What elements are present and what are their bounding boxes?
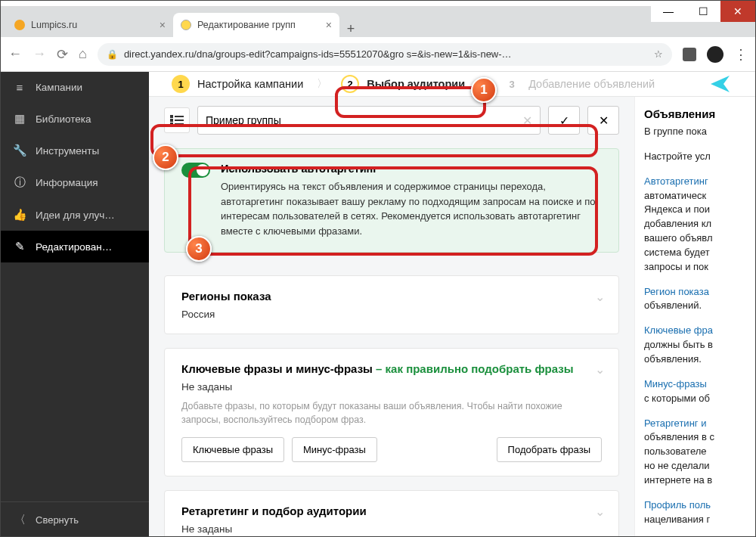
titlebar	[1, 1, 755, 7]
window-min[interactable]: —	[651, 1, 686, 22]
autotargeting-text: Ориентируясь на текст объявления и содер…	[221, 179, 602, 238]
group-name-input-wrap: ✕	[197, 106, 541, 135]
sidebar-label: Информация	[36, 177, 98, 188]
info-icon: ⓘ	[13, 175, 26, 190]
wrench-icon: 🔧	[13, 144, 26, 157]
browser-tabstrip: Lumpics.ru × Редактирование групп × +	[1, 7, 755, 37]
extension-icon[interactable]	[683, 48, 696, 61]
wizard-steps: 1 Настройка кампании 〉 2 Выбор аудитории…	[149, 72, 755, 97]
thumb-icon: 👍	[13, 208, 26, 222]
collapse-label: Свернуть	[36, 514, 79, 526]
keywords-card: ⌄ Ключевые фразы и минус-фразы – как пра…	[164, 348, 619, 476]
svg-rect-5	[175, 123, 184, 125]
library-icon: ▦	[13, 112, 26, 126]
sidebar: ≡Кампании ▦Библиотека 🔧Инструменты ⓘИнфо…	[1, 72, 149, 537]
step-3-badge: 3	[503, 75, 521, 93]
clear-input-icon[interactable]: ✕	[522, 113, 532, 128]
favicon-icon	[181, 20, 191, 30]
step-2-badge: 2	[341, 75, 359, 93]
step-3-label[interactable]: Добавление объявлений	[528, 78, 655, 90]
autotargeting-card: Использовать автотаргетинг Ориентируясь …	[164, 148, 619, 253]
send-button[interactable]	[708, 72, 733, 96]
svg-rect-1	[175, 116, 184, 117]
autotargeting-title: Использовать автотаргетинг	[221, 163, 602, 175]
keywords-value: Не заданы	[181, 381, 602, 393]
chevron-down-icon: ⌄	[595, 362, 605, 377]
autotargeting-toggle[interactable]	[181, 163, 210, 178]
browser-toolbar: ← → ⟳ ⌂ 🔒 direct.yandex.ru/dna/groups-ed…	[1, 37, 755, 72]
group-name-input[interactable]	[206, 114, 522, 126]
tab-close-icon[interactable]: ×	[160, 19, 166, 31]
negative-keywords-button[interactable]: Минус-фразы	[292, 437, 377, 462]
sidebar-label: Идеи для улуч…	[36, 210, 115, 221]
retargeting-value: Не заданы	[181, 523, 602, 535]
window-max[interactable]: ☐	[686, 1, 720, 22]
favicon-icon	[14, 20, 25, 30]
keywords-button[interactable]: Ключевые фразы	[181, 437, 284, 462]
sidebar-label: Кампании	[36, 82, 82, 93]
window-close[interactable]: ✕	[720, 1, 755, 22]
address-bar[interactable]: 🔒 direct.yandex.ru/dna/groups-edit?campa…	[98, 43, 672, 66]
sidebar-label: Инструменты	[36, 145, 99, 157]
sidebar-label: Редактирован…	[36, 241, 112, 253]
tab-label: Редактирование групп	[197, 20, 296, 30]
retargeting-card[interactable]: ⌄ Ретаргетинг и подбор аудитории Не зада…	[164, 490, 619, 537]
suggest-keywords-button[interactable]: Подобрать фразы	[497, 437, 602, 462]
callout-1: 1	[471, 77, 497, 103]
browser-tab[interactable]: Lumpics.ru ×	[7, 13, 173, 37]
help-link[interactable]: Профиль поль	[644, 499, 711, 511]
help-text: В группе пока	[644, 125, 755, 139]
keywords-hint: Добавьте фразы, по которым будут показан…	[181, 400, 602, 427]
menu-icon: ≡	[13, 81, 26, 94]
tab-label: Lumpics.ru	[31, 20, 77, 30]
profile-avatar[interactable]	[707, 46, 723, 63]
help-link[interactable]: Регион показа	[644, 286, 709, 297]
nav-forward-icon[interactable]: →	[33, 46, 46, 62]
nav-reload-icon[interactable]: ⟳	[57, 46, 68, 63]
sidebar-item-library[interactable]: ▦Библиотека	[1, 103, 149, 135]
help-title: Объявления	[644, 107, 755, 120]
tab-close-icon[interactable]: ×	[326, 19, 332, 31]
bookmark-star-icon[interactable]: ☆	[654, 48, 663, 60]
sidebar-label: Библиотека	[36, 113, 91, 125]
sidebar-item-tools[interactable]: 🔧Инструменты	[1, 135, 149, 166]
new-tab-button[interactable]: +	[339, 21, 362, 37]
callout-2: 2	[153, 144, 178, 170]
callout-3: 3	[186, 236, 212, 262]
chevron-down-icon: ⌄	[595, 504, 605, 519]
svg-rect-4	[170, 123, 173, 126]
pencil-icon: ✎	[13, 240, 26, 253]
nav-back-icon[interactable]: ←	[8, 46, 22, 62]
regions-card[interactable]: ⌄ Регионы показа Россия	[164, 275, 619, 334]
help-link[interactable]: Ретаргетинг и	[644, 417, 706, 429]
list-view-button[interactable]	[164, 107, 190, 133]
svg-rect-0	[170, 115, 173, 118]
cancel-button[interactable]: ✕	[587, 106, 619, 135]
help-link[interactable]: Ключевые фра	[644, 324, 713, 336]
help-pane: Объявления В группе пока Настройте усл А…	[634, 97, 755, 537]
step-2-label[interactable]: Выбор аудитории	[367, 78, 465, 90]
confirm-button[interactable]: ✓	[548, 106, 580, 135]
help-text: Настройте усл	[644, 150, 755, 164]
url-text: direct.yandex.ru/dna/groups-edit?campaig…	[124, 48, 648, 60]
keywords-help-link[interactable]: – как правильно подобрать фразы	[376, 362, 573, 375]
main-content: ✕ ✓ ✕ Использовать автотаргетинг Ориенти…	[149, 97, 634, 537]
sidebar-item-info[interactable]: ⓘИнформация	[1, 166, 149, 199]
chevron-left-icon: 〈	[13, 513, 26, 527]
step-1-label[interactable]: Настройка кампании	[197, 78, 303, 90]
sidebar-item-campaigns[interactable]: ≡Кампании	[1, 72, 149, 103]
lock-icon: 🔒	[107, 49, 118, 60]
chevron-right-icon: 〉	[317, 77, 327, 91]
sidebar-item-ideas[interactable]: 👍Идеи для улуч…	[1, 199, 149, 231]
nav-home-icon[interactable]: ⌂	[79, 46, 87, 62]
svg-rect-2	[170, 119, 173, 122]
sidebar-item-edit[interactable]: ✎Редактирован…	[1, 231, 149, 262]
help-link[interactable]: Автотаргетинг	[644, 175, 708, 187]
help-link[interactable]: Минус-фразы	[644, 378, 707, 390]
menu-dots-icon[interactable]: ⋮	[734, 46, 748, 63]
retargeting-title: Ретаргетинг и подбор аудитории	[181, 504, 602, 517]
step-1-badge: 1	[172, 75, 190, 93]
browser-tab-active[interactable]: Редактирование групп ×	[173, 13, 339, 37]
sidebar-collapse[interactable]: 〈Свернуть	[1, 501, 149, 537]
svg-rect-3	[175, 120, 184, 121]
